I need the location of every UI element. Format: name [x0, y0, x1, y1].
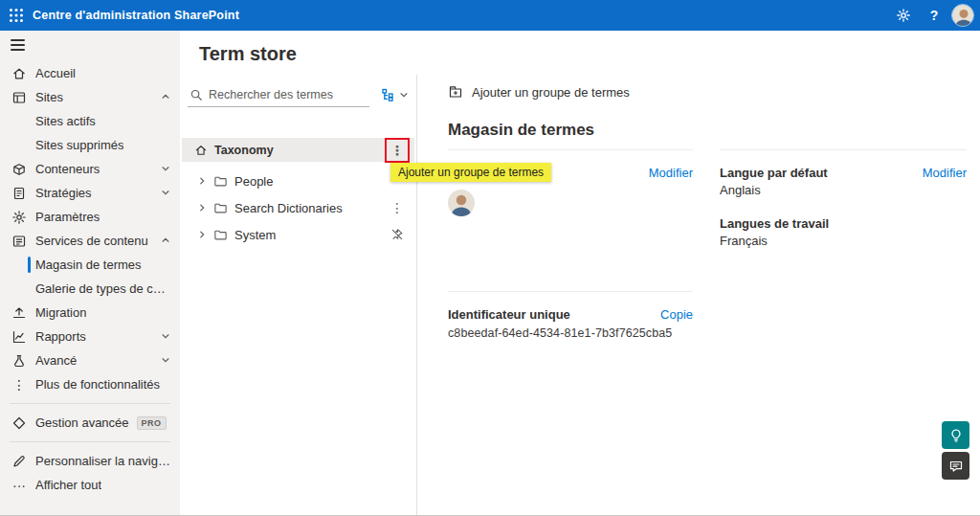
- term-tree-panel: Taxonomy ⋮ People: [180, 75, 416, 516]
- detail-right-column: Langue par défaut Modifier Anglais Langu…: [720, 149, 967, 248]
- chevron-up-icon: [161, 234, 170, 248]
- sidebar-item-label: Avancé: [35, 353, 77, 368]
- sidebar-item-label: Conteneurs: [35, 162, 100, 176]
- help-button[interactable]: ?: [921, 2, 947, 29]
- term-tree: Taxonomy ⋮ People: [182, 138, 414, 248]
- app-launcher-button[interactable]: [0, 0, 33, 31]
- settings-button[interactable]: [890, 2, 917, 29]
- chevron-right-icon: [197, 176, 207, 186]
- unique-id-label: Identificateur unique: [448, 307, 570, 322]
- sidebar-item-gestion-avancee[interactable]: Gestion avancée PRO: [0, 411, 180, 435]
- gear-icon: [896, 8, 911, 23]
- user-avatar: [951, 4, 974, 27]
- tree-item-taxonomy[interactable]: Taxonomy ⋮: [182, 138, 414, 162]
- chevron-right-icon: [197, 203, 207, 213]
- chevron-down-icon: [161, 186, 170, 200]
- add-term-group-label: Ajouter un groupe de termes: [472, 85, 630, 100]
- sidebar-item-label: Migration: [35, 305, 86, 320]
- term-store-heading: Magasin de termes: [448, 121, 594, 140]
- topbar-actions: ?: [890, 2, 980, 29]
- folder-icon: [213, 174, 228, 189]
- lightbulb-icon: [948, 428, 964, 443]
- search-terms-field[interactable]: [188, 82, 369, 107]
- sidebar-item-label: Rapports: [35, 329, 86, 344]
- tree-item-label: Search Dictionaries: [234, 201, 343, 215]
- container-icon: [11, 162, 27, 177]
- search-dictionaries-more-button[interactable]: ⋮: [388, 198, 407, 217]
- sidebar: Accueil Sites Sites actifs Sites supprim…: [0, 31, 180, 516]
- add-term-group-button[interactable]: Ajouter un groupe de termes: [448, 84, 630, 100]
- sidebar-item-rapports[interactable]: Rapports: [0, 325, 180, 348]
- sidebar-item-sites-actifs[interactable]: Sites actifs: [0, 109, 180, 133]
- sidebar-item-afficher-tout[interactable]: ··· Afficher tout: [0, 473, 180, 497]
- chevron-down-icon: [161, 162, 170, 176]
- sidebar-item-galerie-types-contenus[interactable]: Galerie de types de contenus: [0, 277, 180, 301]
- sidebar-item-magasin-de-termes[interactable]: Magasin de termes: [0, 253, 180, 277]
- divider: [10, 403, 170, 404]
- taxonomy-more-button[interactable]: ⋮: [388, 141, 407, 160]
- more-vertical-icon: ⋮: [390, 143, 404, 158]
- migration-icon: [11, 305, 27, 321]
- admin-avatar[interactable]: [448, 190, 475, 216]
- main-content: Term store Taxonomy: [180, 31, 980, 516]
- sidebar-item-personnaliser-navigation[interactable]: Personnaliser la navigation: [0, 449, 180, 473]
- feedback-fab[interactable]: [942, 452, 969, 480]
- sidebar-item-strategies[interactable]: Stratégies: [0, 181, 180, 205]
- folder-icon: [213, 228, 228, 242]
- divider: [10, 441, 170, 442]
- sidebar-item-sites-supprimes[interactable]: Sites supprimés: [0, 133, 180, 157]
- hamburger-icon: [11, 39, 25, 51]
- pin-off-icon: [390, 228, 404, 241]
- nav-collapse-button[interactable]: [11, 39, 25, 54]
- sidebar-item-label: Sites actifs: [35, 114, 96, 128]
- default-language-label: Langue par défaut: [720, 166, 828, 180]
- admins-edit-link[interactable]: Modifier: [649, 166, 693, 180]
- help-icon: ?: [930, 8, 939, 23]
- tree-item-search-dictionaries[interactable]: Search Dictionaries ⋮: [182, 194, 414, 221]
- system-unpin-button[interactable]: [388, 225, 407, 244]
- tree-item-people[interactable]: People: [182, 168, 414, 194]
- policies-icon: [11, 186, 27, 201]
- sharepoint-admin-screen: Centre d'administration SharePoint ?: [0, 0, 980, 516]
- sidebar-item-label: Paramètres: [35, 210, 100, 224]
- sidebar-item-label: Magasin de termes: [35, 258, 142, 272]
- content-services-icon: [11, 234, 27, 249]
- sidebar-item-label: Afficher tout: [35, 478, 101, 492]
- sidebar-item-plus-de-fonctionnalites[interactable]: ⋮ Plus de fonctionnalités: [0, 372, 180, 396]
- add-term-group-icon: [448, 84, 463, 100]
- sidebar-item-avance[interactable]: Avancé: [0, 348, 180, 372]
- sidebar-item-label: Galerie de types de contenus: [35, 281, 170, 296]
- search-icon: [189, 88, 203, 101]
- help-fab[interactable]: [942, 421, 969, 449]
- sidebar-item-label: Stratégies: [35, 186, 92, 200]
- working-languages-value: Français: [720, 234, 967, 248]
- search-input[interactable]: [209, 88, 343, 101]
- copy-link[interactable]: Copie: [660, 307, 693, 322]
- advanced-management-icon: [11, 415, 27, 431]
- topbar: Centre d'administration SharePoint ?: [0, 0, 980, 31]
- sidebar-item-label: Sites: [35, 90, 63, 104]
- tree-item-system[interactable]: System: [182, 221, 414, 248]
- settings-icon: [11, 210, 27, 225]
- chevron-right-icon: [197, 230, 207, 239]
- home-icon: [194, 144, 208, 157]
- chevron-down-icon: [161, 353, 170, 368]
- sidebar-item-label: Gestion avancée: [35, 415, 129, 430]
- sidebar-item-sites[interactable]: Sites: [0, 85, 180, 109]
- sidebar-item-migration[interactable]: Migration: [0, 301, 180, 325]
- annotation-tooltip: Ajouter un groupe de termes: [390, 163, 551, 182]
- sidebar-item-parametres[interactable]: Paramètres: [0, 205, 180, 229]
- tree-item-label: Taxonomy: [214, 144, 274, 157]
- tree-view-toggle[interactable]: [379, 85, 411, 104]
- pro-badge: PRO: [137, 416, 167, 430]
- sidebar-item-services-de-contenu[interactable]: Services de contenu: [0, 229, 180, 253]
- default-language-edit-link[interactable]: Modifier: [923, 166, 967, 180]
- sidebar-item-conteneurs[interactable]: Conteneurs: [0, 157, 180, 181]
- home-icon: [11, 66, 27, 81]
- reports-icon: [11, 329, 27, 345]
- tree-view-icon: [381, 87, 396, 102]
- account-button[interactable]: [951, 4, 974, 27]
- waffle-icon: [9, 8, 24, 23]
- sidebar-item-accueil[interactable]: Accueil: [0, 61, 180, 85]
- sidebar-item-label: Services de contenu: [35, 234, 148, 248]
